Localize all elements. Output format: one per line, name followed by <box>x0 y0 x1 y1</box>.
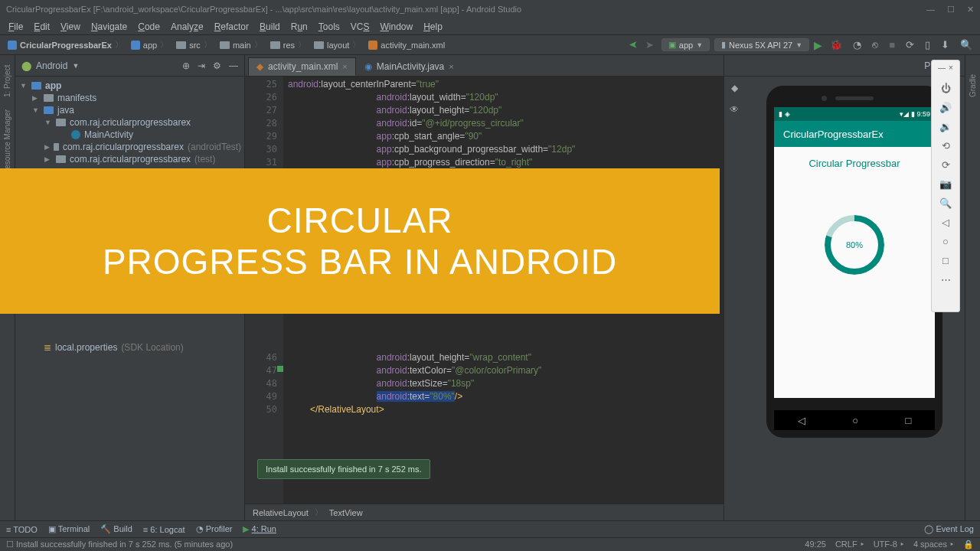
breadcrumb[interactable]: CricularProgressbarEx〉 <box>5 39 126 51</box>
eye-icon[interactable]: 👁 <box>730 104 739 115</box>
minimize-icon[interactable]: — <box>926 5 935 15</box>
logcat-tab[interactable]: ≡ 6: Logcat <box>143 525 185 534</box>
menu-code[interactable]: Code <box>132 21 165 32</box>
breadcrumb[interactable]: layout〉 <box>311 39 364 51</box>
bottom-toolbar: ≡ TODO ▣ Terminal 🔨 Build ≡ 6: Logcat ◔ … <box>0 520 980 537</box>
project-view-selector[interactable]: Android <box>36 60 67 71</box>
menu-analyze[interactable]: Analyze <box>165 21 209 32</box>
palette-strip[interactable]: ◆ 👁 <box>724 77 744 520</box>
tree-node-app[interactable]: ▼app <box>15 80 244 92</box>
minimize-icon[interactable]: — <box>938 64 946 72</box>
back-icon[interactable]: ➤ <box>629 39 638 51</box>
menu-navigate[interactable]: Navigate <box>86 21 132 32</box>
search-icon[interactable]: 🔍 <box>957 39 975 51</box>
debug-icon[interactable]: 🐞 <box>827 39 845 51</box>
install-toast: Install successfully finished in 7 s 252… <box>257 459 430 479</box>
volume-down-icon[interactable]: 🔉 <box>939 121 952 132</box>
terminal-tab[interactable]: ▣ Terminal <box>48 524 90 534</box>
close-icon[interactable]: ✕ <box>967 5 974 15</box>
zoom-icon[interactable]: 🔍 <box>939 197 952 209</box>
run-config-selector[interactable]: ▣app▼ <box>662 38 710 51</box>
breadcrumb[interactable]: main〉 <box>217 39 266 51</box>
video-caption-overlay: CIRCULAR PROGRESS BAR IN ANDROID <box>0 168 720 314</box>
device-navbar: ◁○□ <box>774 410 935 430</box>
scroll-from-icon[interactable]: ⊕ <box>182 60 190 71</box>
attach-icon[interactable]: ⎋ <box>869 39 881 51</box>
run-icon[interactable]: ▶ <box>814 39 822 51</box>
breadcrumb[interactable]: app〉 <box>128 39 172 51</box>
tree-node-pkg-androidtest[interactable]: ▶com.raj.cricularprogressbarex (androidT… <box>15 141 244 153</box>
sdk-icon[interactable]: ⬇ <box>938 39 952 51</box>
tree-node-java[interactable]: ▼java <box>15 104 244 116</box>
todo-tab[interactable]: ≡ TODO <box>6 525 38 534</box>
window-titlebar: CricularProgressbarEx [F:\android_worksp… <box>0 0 980 18</box>
profile-icon[interactable]: ◔ <box>850 39 864 51</box>
navigation-bar: CricularProgressbarEx〉 app〉 src〉 main〉 r… <box>0 35 980 55</box>
encoding[interactable]: UTF-8 ‣ <box>874 540 904 549</box>
stop-icon[interactable]: ■ <box>886 39 898 51</box>
status-bar: ☐ Install successfully finished in 7 s 2… <box>0 537 980 551</box>
breadcrumb[interactable]: src〉 <box>173 39 215 51</box>
right-tool-strip[interactable]: Gradle <box>965 55 980 520</box>
hide-icon[interactable]: — <box>229 60 238 71</box>
caret-position[interactable]: 49:25 <box>805 540 826 549</box>
device-selector[interactable]: ▮Nexus 5X API 27▼ <box>714 38 809 51</box>
rotate-left-icon[interactable]: ⟲ <box>942 140 950 152</box>
menu-build[interactable]: Build <box>254 21 286 32</box>
gutter-mark <box>277 366 283 372</box>
close-icon[interactable]: × <box>342 62 347 71</box>
tab-activity-main[interactable]: ◆activity_main.xml× <box>248 57 356 76</box>
menu-help[interactable]: Help <box>418 21 448 32</box>
home-icon[interactable]: ○ <box>942 236 949 247</box>
page-title: Circular Progressbar <box>808 147 900 180</box>
device-frame: ▮ ◈▾◢ ▮ 9:59 CricularProgressbarEx Circu… <box>766 86 942 438</box>
close-icon[interactable]: × <box>949 64 953 72</box>
menu-tools[interactable]: Tools <box>313 21 345 32</box>
camera-icon[interactable]: 📷 <box>939 178 952 190</box>
maximize-icon[interactable]: ☐ <box>947 5 955 15</box>
tree-node-mainactivity[interactable]: MainActivity <box>15 129 244 141</box>
breadcrumb-path[interactable]: RelativeLayout〉TextView <box>245 504 724 520</box>
preview-panel: Preview ◆ 👁 ▮ ◈▾◢ ▮ 9:59 CricularProgres… <box>724 55 965 520</box>
breadcrumb[interactable]: activity_main.xml <box>365 41 448 50</box>
window-title: CricularProgressbarEx [F:\android_worksp… <box>6 5 521 14</box>
collapse-icon[interactable]: ⇥ <box>198 60 205 71</box>
rotate-right-icon[interactable]: ⟳ <box>942 159 950 171</box>
tab-mainactivity[interactable]: ◉MainActivity.java× <box>356 57 462 76</box>
line-ending[interactable]: CRLF ‣ <box>835 540 864 549</box>
menu-edit[interactable]: Edit <box>28 21 55 32</box>
power-icon[interactable]: ⏻ <box>941 83 951 94</box>
menu-window[interactable]: Window <box>374 21 418 32</box>
back-icon[interactable]: ◁ <box>942 217 949 228</box>
gear-icon[interactable]: ⚙ <box>213 60 221 71</box>
overview-icon[interactable]: □ <box>942 255 949 266</box>
sync-icon[interactable]: ⟳ <box>903 39 917 51</box>
menu-refactor[interactable]: Refactor <box>209 21 254 32</box>
menu-run[interactable]: Run <box>286 21 313 32</box>
tree-node-pkg[interactable]: ▼com.raj.cricularprogressbarex <box>15 116 244 129</box>
tree-node-pkg-test[interactable]: ▶com.raj.cricularprogressbarex (test) <box>15 153 244 165</box>
circular-progressbar: 80% <box>825 215 884 275</box>
tree-node-manifests[interactable]: ▶manifests <box>15 92 244 104</box>
device-statusbar: ▮ ◈▾◢ ▮ 9:59 <box>774 107 935 121</box>
tree-node-localprops[interactable]: ≣local.properties (SDK Location) <box>15 341 244 354</box>
close-icon[interactable]: × <box>449 62 453 71</box>
run-tab[interactable]: ▶ 4: Run <box>243 524 276 534</box>
forward-icon[interactable]: ➤ <box>642 39 657 51</box>
breadcrumb[interactable]: res〉 <box>267 39 309 51</box>
palette-icon[interactable]: ◆ <box>731 83 738 93</box>
menu-file[interactable]: File <box>3 21 28 32</box>
eventlog-tab[interactable]: ◯ Event Log <box>924 524 974 534</box>
app-bar: CricularProgressbarEx <box>774 121 935 147</box>
lock-icon[interactable]: 🔒 <box>963 540 974 549</box>
avd-icon[interactable]: ▯ <box>922 39 933 51</box>
menu-view[interactable]: View <box>55 21 86 32</box>
build-tab[interactable]: 🔨 Build <box>100 524 132 534</box>
menu-vcs[interactable]: VCS <box>345 21 375 32</box>
volume-up-icon[interactable]: 🔊 <box>939 102 952 113</box>
indent[interactable]: 4 spaces ‣ <box>913 540 954 549</box>
emulator-toolbar[interactable]: —× ⏻ 🔊 🔉 ⟲ ⟳ 📷 🔍 ◁ ○ □ ⋯ <box>931 60 960 312</box>
profiler-tab[interactable]: ◔ Profiler <box>196 524 233 534</box>
more-icon[interactable]: ⋯ <box>941 274 951 285</box>
menu-bar: File Edit View Navigate Code Analyze Ref… <box>0 18 980 35</box>
